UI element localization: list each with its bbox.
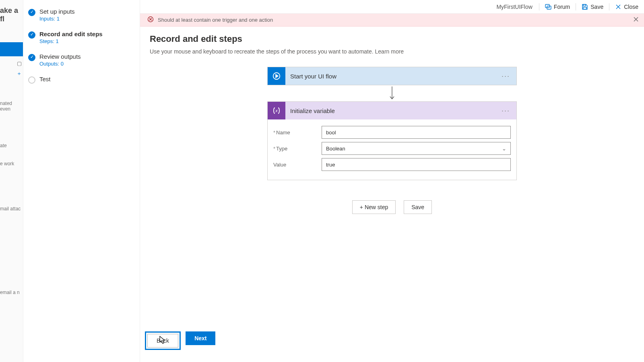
- close-button[interactable]: Close: [609, 0, 644, 13]
- forum-icon: [545, 4, 551, 10]
- variable-icon: x: [268, 102, 285, 119]
- wizard-steps: Set up inputs Inputs: 1 Record and edit …: [23, 0, 140, 362]
- init-variable-card: x Initialize variable ··· Name Type: [267, 101, 517, 180]
- close-icon: [615, 4, 621, 10]
- check-icon: [28, 54, 35, 61]
- error-banner: Should at least contain one trigger and …: [140, 14, 644, 27]
- top-toolbar: MyFirstUIFlow Forum Save Close: [140, 0, 644, 14]
- name-label: Name: [273, 130, 322, 136]
- save-step-button[interactable]: Save: [404, 200, 432, 214]
- forum-button[interactable]: Forum: [539, 0, 576, 13]
- start-flow-title: Start your UI flow: [285, 73, 495, 80]
- next-button[interactable]: Next: [186, 331, 215, 345]
- card-menu[interactable]: ···: [495, 107, 516, 115]
- svg-rect-2: [583, 4, 586, 6]
- init-variable-header[interactable]: x Initialize variable ···: [268, 102, 516, 119]
- value-label: Value: [273, 162, 322, 168]
- svg-rect-3: [583, 7, 586, 9]
- save-button[interactable]: Save: [576, 0, 609, 13]
- name-input[interactable]: [322, 126, 511, 139]
- back-button[interactable]: Back: [147, 334, 178, 348]
- check-icon: [28, 31, 35, 39]
- init-variable-title: Initialize variable: [285, 107, 495, 114]
- type-label: Type: [273, 146, 322, 152]
- wizard-step-record[interactable]: Record and edit steps Steps: 1: [28, 31, 136, 44]
- flow-name: MyFirstUIFlow: [490, 4, 539, 10]
- check-icon: [28, 9, 35, 16]
- wizard-footer: Back Next: [145, 331, 215, 350]
- connector-arrow: [388, 85, 396, 101]
- learn-more-link[interactable]: Learn more: [375, 48, 404, 55]
- type-select[interactable]: Boolean ⌄: [322, 142, 511, 155]
- background-panel: ake a fl ▢ ＋ nated even ate e work mail …: [0, 0, 23, 362]
- banner-close[interactable]: [634, 17, 638, 23]
- play-icon: [268, 67, 285, 85]
- error-text: Should at least contain one trigger and …: [158, 17, 273, 23]
- value-input[interactable]: [322, 158, 511, 171]
- save-icon: [582, 4, 588, 10]
- chevron-down-icon: ⌄: [502, 146, 506, 152]
- page-description: Use your mouse and keyboard to recreate …: [150, 48, 634, 55]
- page-title: Record and edit steps: [150, 34, 634, 44]
- circle-icon: [28, 76, 35, 84]
- new-step-button[interactable]: New step: [352, 200, 396, 214]
- wizard-step-inputs[interactable]: Set up inputs Inputs: 1: [28, 8, 136, 22]
- start-flow-card[interactable]: Start your UI flow ···: [267, 67, 517, 85]
- wizard-step-test[interactable]: Test: [28, 76, 136, 84]
- svg-text:x: x: [275, 108, 278, 113]
- card-menu[interactable]: ···: [495, 72, 516, 80]
- wizard-step-outputs[interactable]: Review outputs Outputs: 0: [28, 53, 136, 67]
- error-icon: [147, 16, 154, 24]
